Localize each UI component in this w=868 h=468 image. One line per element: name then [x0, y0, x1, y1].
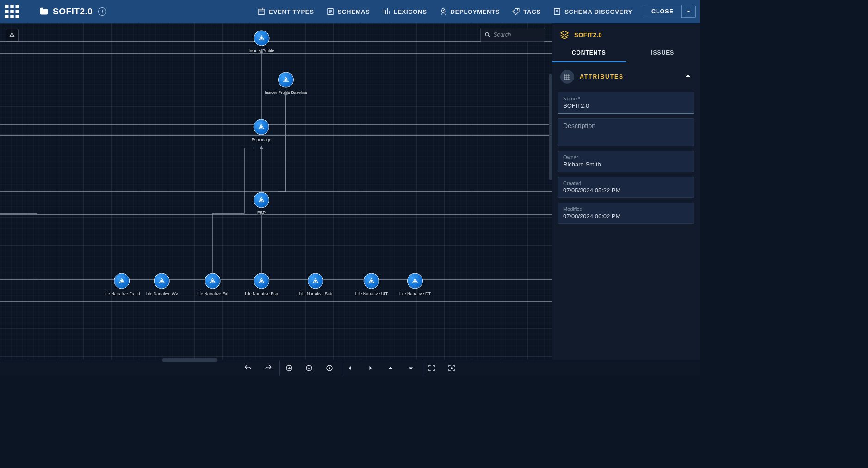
node-label: Life Narrative Exf — [196, 291, 228, 296]
redo-icon[interactable] — [259, 360, 278, 376]
horizontal-scrollbar[interactable] — [162, 358, 217, 362]
svg-point-37 — [485, 33, 489, 36]
field-owner: Owner Richard Smith — [558, 151, 694, 172]
graph-node-ln_fraud[interactable]: Life Narrative Fraud — [103, 273, 140, 296]
chevron-up-icon — [685, 73, 691, 81]
tab-label: SCHEMA DISCOVERY — [564, 8, 632, 15]
node-icon — [154, 273, 170, 289]
node-label: Life Narrative Fraud — [103, 291, 140, 296]
field-value: 07/05/2024 05:22 PM — [563, 187, 688, 194]
graph-node-ln_sab[interactable]: Life Narrative Sab — [299, 273, 332, 296]
apps-icon[interactable] — [4, 3, 20, 20]
pan-down-icon[interactable] — [402, 360, 420, 376]
section-header[interactable]: ATTRIBUTES — [558, 62, 694, 92]
svg-rect-38 — [564, 74, 570, 80]
info-icon[interactable]: i — [98, 7, 106, 16]
rocket-icon — [439, 7, 447, 16]
canvas[interactable]: Insider ProfileInsider Profile BaselineE… — [0, 23, 552, 360]
scrollbar[interactable] — [549, 74, 552, 180]
field-value: Richard Smith — [563, 161, 688, 168]
pan-right-icon[interactable] — [361, 360, 379, 376]
close-button[interactable]: CLOSE — [644, 5, 682, 18]
node-icon — [278, 72, 294, 88]
node-label: Insider Profile Baseline — [265, 90, 307, 95]
svg-point-36 — [414, 280, 415, 282]
pan-up-icon[interactable] — [381, 360, 400, 376]
fit-center-icon[interactable] — [320, 360, 339, 376]
node-icon — [364, 273, 379, 289]
svg-point-43 — [451, 367, 453, 369]
graph-node-esp[interactable]: ESP — [254, 192, 269, 215]
tab-tags[interactable]: TAGS — [512, 7, 541, 16]
svg-point-10 — [442, 10, 443, 11]
pan-left-icon[interactable] — [341, 360, 359, 376]
svg-point-11 — [517, 9, 518, 10]
tab-deployments[interactable]: DEPLOYMENTS — [439, 7, 500, 16]
lexicon-icon — [382, 7, 391, 16]
search-input[interactable] — [493, 31, 541, 38]
svg-point-33 — [260, 280, 262, 282]
node-icon — [114, 273, 130, 289]
section-attributes: ATTRIBUTES Name * SOFIT2.0 Description O… — [552, 62, 700, 224]
tab-label: LEXICONS — [394, 8, 427, 15]
node-label: Life Narrative WV — [146, 291, 179, 296]
graph-node-insider_profile[interactable]: Insider Profile — [248, 31, 274, 53]
tab-label: TAGS — [523, 8, 541, 15]
tag-icon — [512, 7, 520, 16]
node-icon — [254, 192, 269, 208]
svg-point-28 — [260, 126, 262, 128]
svg-rect-0 — [5, 5, 9, 8]
panel-header: SOFIT2.0 — [552, 23, 700, 44]
fullscreen-icon[interactable] — [422, 360, 440, 376]
search-group — [480, 28, 545, 42]
svg-point-42 — [329, 367, 330, 369]
field-label: Modified — [563, 206, 688, 212]
field-name[interactable]: Name * SOFIT2.0 — [558, 92, 694, 114]
close-dropdown[interactable] — [682, 6, 696, 18]
search-icon — [484, 31, 490, 38]
node-label: Life Narrative Sab — [299, 291, 332, 296]
focus-icon[interactable] — [442, 360, 461, 376]
svg-rect-3 — [5, 10, 9, 13]
field-label: Owner — [563, 154, 688, 160]
svg-point-32 — [211, 280, 213, 282]
field-label: Created — [563, 180, 688, 186]
node-label: Life Narrative DT — [399, 291, 431, 296]
svg-point-27 — [285, 79, 286, 80]
panel-tab-contents[interactable]: CONTENTS — [552, 44, 626, 62]
tab-schema-discovery[interactable]: SCHEMA DISCOVERY — [553, 7, 632, 16]
tab-event-types[interactable]: EVENT TYPES — [257, 7, 314, 16]
svg-rect-4 — [10, 10, 14, 13]
graph-node-baseline[interactable]: Insider Profile Baseline — [265, 72, 307, 95]
panel-tab-issues[interactable]: ISSUES — [626, 44, 700, 62]
svg-rect-2 — [16, 5, 19, 8]
page-title: SOFIT2.0 — [53, 6, 93, 17]
tab-schemas[interactable]: SCHEMAS — [326, 7, 370, 16]
graph-node-ln_dt[interactable]: Life Narrative DT — [399, 273, 431, 296]
zoom-in-icon[interactable] — [279, 360, 298, 376]
node-icon — [308, 273, 323, 289]
field-created: Created 07/05/2024 05:22 PM — [558, 177, 694, 198]
svg-rect-1 — [10, 5, 14, 8]
graph-node-ln_uit[interactable]: Life Narrative UIT — [355, 273, 388, 296]
side-panel: SOFIT2.0 CONTENTS ISSUES ATTRIBUTES Name… — [552, 23, 700, 360]
calendar-icon — [257, 7, 266, 16]
zoom-out-icon[interactable] — [300, 360, 318, 376]
node-icon — [407, 273, 423, 289]
undo-icon[interactable] — [239, 360, 257, 376]
node-icon — [205, 273, 220, 289]
graph-node-ln_esp[interactable]: Life Narrative Esp — [245, 273, 278, 296]
tab-label: SCHEMAS — [338, 8, 370, 15]
grid-icon — [560, 70, 574, 84]
svg-rect-6 — [5, 15, 9, 19]
svg-point-30 — [121, 280, 122, 282]
graph-node-espionage[interactable]: Espionage — [252, 119, 272, 142]
graph-node-ln_wv[interactable]: Life Narrative WV — [146, 273, 179, 296]
tab-label: EVENT TYPES — [269, 8, 314, 15]
graph-node-ln_exf[interactable]: Life Narrative Exf — [196, 273, 228, 296]
schema-icon — [326, 7, 335, 16]
field-description[interactable]: Description — [558, 118, 694, 146]
tab-lexicons[interactable]: LEXICONS — [382, 7, 427, 16]
panel-tabs: CONTENTS ISSUES — [552, 44, 700, 62]
field-value: 07/08/2024 06:02 PM — [563, 213, 688, 220]
